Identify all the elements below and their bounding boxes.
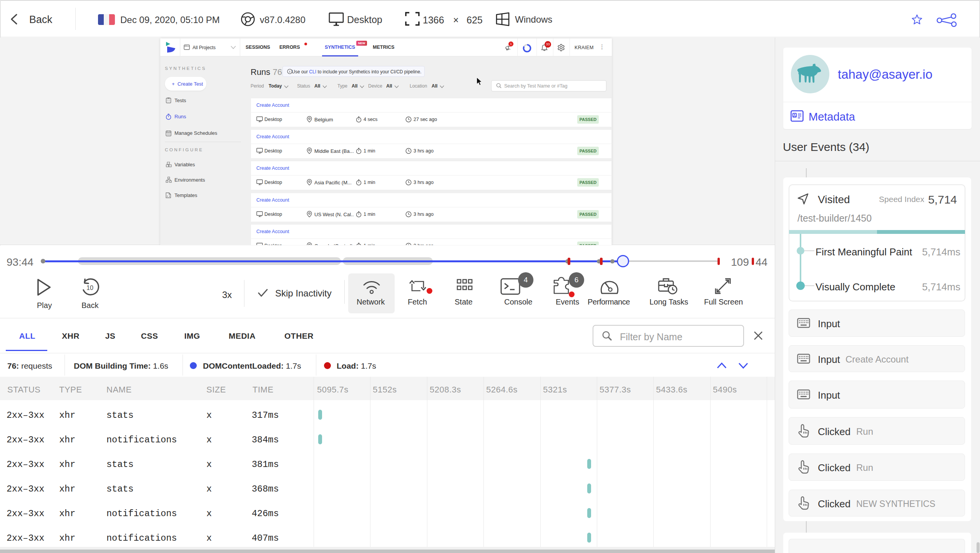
svg-text:10: 10 bbox=[86, 285, 93, 291]
